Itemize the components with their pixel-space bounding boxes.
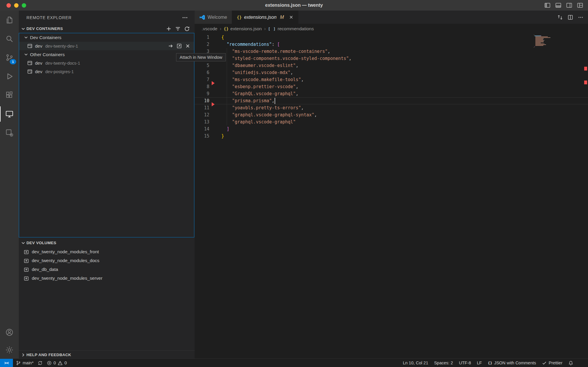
activity-bar-item-manage[interactable] (0, 341, 19, 359)
line-number[interactable]: 2 (195, 41, 209, 48)
line-number[interactable]: 15 (195, 133, 209, 140)
line-number[interactable]: 1 (195, 34, 209, 41)
line-number[interactable]: 7 (195, 76, 209, 83)
code-line[interactable]: 14 ] (195, 125, 588, 133)
code-line[interactable]: 11 "yoavbls.pretty-ts-errors", (195, 104, 588, 111)
line-number[interactable]: 10 (195, 97, 209, 104)
status-language-mode[interactable]: {}JSON with Comments (485, 361, 539, 365)
show-list-icon[interactable] (175, 26, 181, 32)
code-token: "styled-components.vscode-styled-compone… (232, 56, 349, 61)
status-cursor-position[interactable]: Ln 10, Col 21 (400, 361, 431, 365)
code-text: "prisma.prisma", (221, 97, 275, 104)
status-formatter[interactable]: Prettier (539, 361, 565, 366)
activity-bar-item-explorer[interactable] (0, 11, 19, 29)
status-indentation[interactable]: Spaces: 2 (431, 361, 456, 365)
code-line[interactable]: 6 "unifiedjs.vscode-mdx", (195, 69, 588, 76)
code-line[interactable]: 7 "ms-vscode.makefile-tools", (195, 76, 588, 83)
remote-indicator[interactable]: >< (0, 359, 13, 367)
line-number[interactable]: 12 (195, 111, 209, 118)
git-branch-status[interactable]: main* (13, 359, 36, 367)
code-token: { (221, 35, 224, 40)
volume-row-dev_twenty_node_modules_server[interactable]: dev_twenty_node_modules_server (19, 274, 195, 283)
code-line[interactable]: 10 "prisma.prisma", (195, 97, 588, 104)
refresh-icon[interactable] (184, 26, 190, 32)
minimap-line (534, 46, 559, 47)
dev-containers-section-header[interactable]: DEV CONTAINERS (19, 24, 195, 33)
attach-container-button[interactable] (168, 43, 173, 49)
volume-row-dev_db_data[interactable]: dev_db_data (19, 265, 195, 274)
help-and-feedback-section-header[interactable]: HELP AND FEEDBACK (19, 350, 195, 359)
overview-ruler[interactable] (584, 34, 588, 359)
container-row-dev-twenty-dev-1[interactable]: devdev-twenty-dev-1 (19, 42, 194, 50)
status-eol[interactable]: LF (474, 361, 485, 365)
code-text: "styled-components.vscode-styled-compone… (221, 55, 352, 62)
problems-status[interactable]: 0 0 (44, 359, 70, 367)
code-token (221, 84, 232, 89)
breadcrumb-item-recommendations[interactable]: [ ]recommendations (268, 26, 314, 31)
container-row-dev-postgres-1[interactable]: devdev-postgres-1 (19, 67, 194, 76)
line-number[interactable]: 13 (195, 118, 209, 125)
line-number[interactable]: 8 (195, 83, 209, 90)
breadcrumb-item--vscode[interactable]: .vscode (202, 26, 217, 31)
status-encoding[interactable]: UTF-8 (456, 361, 474, 365)
more-actions-icon[interactable] (578, 14, 584, 20)
code-line[interactable]: 5 "dbaeumer.vscode-eslint", (195, 62, 588, 69)
volume-row-dev_twenty_node_modules_front[interactable]: dev_twenty_node_modules_front (19, 247, 195, 256)
line-number[interactable]: 5 (195, 62, 209, 69)
tab-welcome[interactable]: Welcome (195, 11, 232, 24)
tree-group-other-containers[interactable]: Other Containers (19, 50, 194, 59)
code-line[interactable]: 1{ (195, 34, 588, 41)
toggle-secondary-sidebar-icon[interactable] (566, 2, 572, 9)
line-number[interactable]: 6 (195, 69, 209, 76)
sync-changes-button[interactable] (36, 359, 44, 367)
container-row-dev-twenty-docs-1[interactable]: devdev-twenty-docs-1 (19, 59, 194, 67)
close-tab-icon[interactable] (289, 15, 294, 20)
code-line[interactable]: 9 "GraphQL.vscode-graphql", (195, 90, 588, 97)
toggle-panel-icon[interactable] (555, 2, 562, 9)
minimap-segment (547, 36, 548, 37)
code-token: , (296, 91, 298, 96)
activity-bar-item-run-and-debug[interactable] (0, 67, 19, 86)
customize-layout-icon[interactable] (577, 2, 583, 9)
zoom-window-button[interactable] (22, 3, 26, 8)
code-line[interactable]: 15} (195, 133, 588, 140)
code-line[interactable]: 4 "styled-components.vscode-styled-compo… (195, 55, 588, 62)
more-actions-icon[interactable] (182, 14, 188, 21)
code-line[interactable]: 3 "ms-vscode-remote.remote-containers", (195, 48, 588, 55)
activity-bar-item-source-control[interactable]: 1 (0, 48, 19, 67)
volume-row-dev_twenty_node_modules_docs[interactable]: dev_twenty_node_modules_docs (19, 256, 195, 265)
status-notifications[interactable] (565, 361, 576, 366)
stop-container-button[interactable] (185, 43, 191, 49)
open-changes-icon[interactable] (557, 14, 563, 20)
dev-volumes-section-header[interactable]: DEV VOLUMES (19, 239, 195, 247)
breadcrumb: .vscode›{}extensions.json›[ ]recommendat… (195, 24, 588, 34)
titlebar: extensions.json — twenty (0, 0, 588, 11)
tab-extensions-json[interactable]: {}extensions.jsonM (232, 11, 298, 24)
new-dev-container-icon[interactable] (166, 26, 172, 32)
line-number[interactable]: 11 (195, 104, 209, 111)
traffic-lights (6, 3, 26, 8)
breadcrumb-item-extensions-json[interactable]: {}extensions.json (224, 26, 262, 31)
line-number[interactable]: 14 (195, 125, 209, 133)
split-editor-icon[interactable] (567, 14, 573, 20)
code-editor[interactable]: 1{2 "recommendations": [3 "ms-vscode-rem… (195, 34, 588, 359)
activity-bar-item-extensions[interactable] (0, 86, 19, 105)
code-token: ] (227, 126, 229, 132)
code-line[interactable]: 8 "esbenp.prettier-vscode", (195, 83, 588, 90)
line-number[interactable]: 9 (195, 90, 209, 97)
container-name: dev (35, 61, 42, 66)
activity-bar-item-accounts[interactable] (0, 324, 19, 341)
minimize-window-button[interactable] (14, 3, 19, 8)
attach-new-window-button[interactable] (176, 43, 182, 49)
tree-group-dev-containers[interactable]: Dev Containers (19, 33, 194, 42)
activity-bar-item-search[interactable] (0, 29, 19, 48)
activity-bar-item-dev-containers[interactable] (0, 123, 19, 142)
activity-bar-item-remote-explorer[interactable] (0, 105, 19, 123)
minimap[interactable] (534, 35, 559, 48)
toggle-primary-sidebar-icon[interactable] (544, 2, 551, 9)
code-line[interactable]: 13 "graphql.vscode-graphql" (195, 118, 588, 125)
code-line[interactable]: 12 "graphql.vscode-graphql-syntax", (195, 111, 588, 118)
code-line[interactable]: 2 "recommendations": [ (195, 41, 588, 48)
close-window-button[interactable] (6, 3, 11, 8)
code-token: , (328, 49, 330, 54)
